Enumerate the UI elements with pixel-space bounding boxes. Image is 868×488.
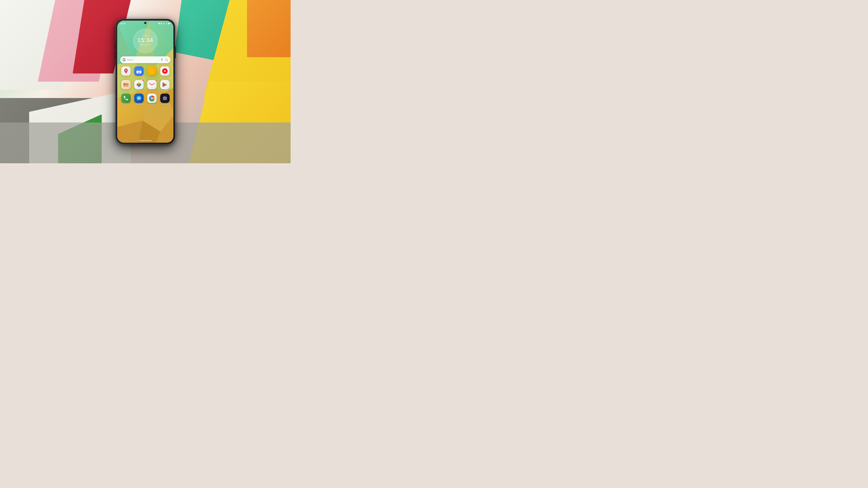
photos-label: Photos — [136, 90, 141, 92]
chrome-label: Chrome — [149, 103, 155, 105]
app-phone[interactable]: Phone — [120, 94, 131, 105]
search-placeholder: Search... — [127, 59, 159, 61]
svg-point-43 — [138, 98, 140, 99]
battery-icon — [168, 23, 170, 25]
app-row-2: Wallet — [120, 80, 170, 92]
gmail-label: Gmail — [150, 90, 154, 92]
power-button[interactable] — [175, 46, 176, 58]
camera-notch — [144, 22, 146, 24]
camera-label: Camera — [162, 103, 168, 105]
app-playstore[interactable]: Play Store — [159, 80, 170, 92]
app-keepnotes[interactable]: Keep notes — [146, 66, 157, 78]
message-notification-icon — [158, 23, 160, 25]
svg-rect-39 — [123, 85, 125, 86]
playstore-icon — [160, 80, 169, 89]
maps-icon — [121, 66, 131, 76]
patch-orange — [247, 0, 290, 57]
clock-circle: ☀ 28° 15:34 WED 10 AUG ▼ — [133, 29, 158, 53]
ytmusic-icon — [160, 66, 169, 76]
chrome-icon — [147, 94, 157, 103]
wallet-icon — [121, 80, 131, 89]
svg-point-14 — [161, 23, 162, 24]
sun-icon: ☀ — [143, 35, 145, 37]
svg-rect-18 — [166, 23, 167, 24]
clock-weather: ☀ 28° — [143, 35, 148, 37]
nav-indicator — [139, 140, 152, 141]
svg-point-42 — [137, 98, 138, 99]
settings-notification-icon — [161, 23, 162, 25]
svg-rect-15 — [165, 24, 166, 24]
gmail-icon — [147, 80, 157, 89]
svg-rect-52 — [166, 97, 166, 97]
svg-point-51 — [164, 98, 165, 99]
wallet-label: Wallet — [124, 90, 128, 92]
phone-label: Phone — [124, 103, 128, 105]
status-time: 15:34 — [120, 23, 126, 25]
messages-label: Messages — [135, 103, 142, 105]
camera-app-icon — [160, 94, 169, 103]
voice-search-button[interactable] — [160, 58, 164, 61]
svg-rect-26 — [136, 70, 141, 71]
svg-rect-37 — [126, 84, 128, 85]
app-photos[interactable]: Photos — [133, 80, 145, 92]
app-grid: Maps 10 — [120, 66, 170, 107]
clock-widget: ☀ 28° 15:34 WED 10 AUG ▼ — [133, 29, 158, 53]
app-ytmusic[interactable]: YT Music — [159, 66, 170, 78]
clock-time: 15:34 — [137, 37, 153, 43]
photos-icon — [134, 80, 144, 89]
svg-point-48 — [151, 98, 152, 99]
svg-rect-38 — [123, 83, 126, 85]
app-gmail[interactable]: Gmail — [146, 80, 157, 92]
temperature: 28° — [145, 35, 148, 37]
gmail-notification-dot — [155, 79, 157, 81]
app-maps[interactable]: Maps — [120, 66, 131, 78]
clock-expand-arrow[interactable]: ▼ — [145, 46, 146, 47]
svg-point-34 — [164, 71, 165, 72]
messages-icon — [134, 94, 144, 103]
app-wallet[interactable]: Wallet — [120, 80, 131, 92]
wifi-icon — [163, 23, 165, 25]
svg-text:10: 10 — [138, 71, 140, 73]
app-calendar[interactable]: 10 Calendar — [133, 66, 145, 78]
signal-icon — [165, 23, 167, 25]
lens-search-button[interactable] — [165, 58, 168, 61]
phone-shell: 15:34 — [116, 19, 175, 144]
phone: 15:34 — [116, 19, 175, 144]
calendar-icon: 10 — [134, 66, 144, 76]
maps-label: Maps — [124, 76, 128, 78]
search-bar[interactable]: Search... — [120, 56, 170, 63]
ytmusic-label: YT Music — [161, 76, 168, 78]
svg-rect-21 — [170, 23, 170, 24]
app-chrome[interactable]: Chrome — [146, 94, 157, 105]
app-messages[interactable]: Messages — [133, 94, 145, 105]
app-row-dock: Phone — [120, 94, 170, 105]
clock-date: WED 10 AUG — [140, 43, 151, 45]
app-camera[interactable]: Camera — [159, 94, 170, 105]
phone-icon — [121, 94, 131, 103]
playstore-label: Play Store — [161, 90, 168, 92]
svg-point-44 — [139, 98, 140, 99]
svg-rect-20 — [168, 23, 170, 24]
keepnotes-icon — [147, 66, 157, 76]
calendar-label: Calendar — [135, 76, 142, 78]
google-logo — [122, 58, 126, 61]
svg-line-23 — [167, 60, 168, 61]
photos-notification-dot — [142, 79, 144, 81]
phone-screen: 15:34 — [117, 21, 174, 143]
app-row-1: Maps 10 — [120, 66, 170, 78]
status-icons-group — [158, 23, 170, 25]
svg-rect-16 — [166, 24, 166, 24]
keepnotes-label: Keep notes — [148, 76, 156, 78]
